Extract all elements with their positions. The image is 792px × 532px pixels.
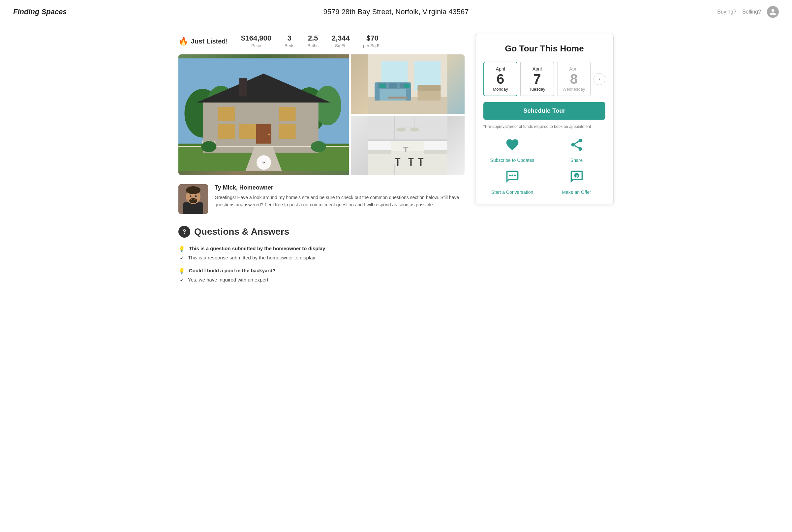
heart-icon: [505, 137, 520, 155]
share-action[interactable]: Share: [548, 137, 605, 163]
svg-point-19: [268, 133, 270, 135]
date-card-wednesday[interactable]: April 8 Wednesday: [557, 62, 591, 96]
sqft-stat: 2,344 Sq.Ft.: [332, 34, 350, 49]
svg-point-81: [514, 175, 516, 177]
svg-point-26: [311, 141, 326, 152]
svg-point-56: [397, 128, 406, 132]
qa-question-1: 💡 This is a question submitted by the ho…: [178, 246, 465, 252]
date-weekday-3: Wednesday: [560, 87, 588, 92]
left-column: 🔥 Just Listed! $164,900 Price 3 Beds 2.5…: [178, 34, 465, 290]
svg-rect-37: [388, 97, 408, 98]
header: Finding Spaces 9579 28th Bay Street, Nor…: [0, 0, 792, 24]
price-label: Price: [251, 43, 261, 48]
subscribe-action[interactable]: Subscribe to Updates: [483, 137, 541, 163]
svg-rect-54: [391, 151, 425, 164]
svg-rect-42: [404, 84, 410, 88]
svg-point-73: [195, 195, 197, 197]
svg-rect-48: [368, 139, 448, 141]
date-weekday-2: Tuesday: [523, 87, 551, 92]
svg-rect-12: [239, 78, 247, 96]
svg-rect-63: [409, 158, 414, 159]
qa-item-2: 💡 Could I build a pool in the backyard? …: [178, 268, 465, 283]
svg-point-80: [511, 175, 513, 177]
per-sqft-label: per Sq.Ft.: [363, 43, 382, 48]
owner-name: Ty Mick, Homeowner: [215, 184, 465, 191]
date-day-2: 7: [523, 72, 551, 86]
buying-link[interactable]: Buying?: [717, 9, 736, 15]
just-listed-badge: 🔥 Just Listed!: [178, 37, 228, 46]
qa-answer-2: ✓ Yes, we have inquired with an expert: [178, 277, 465, 283]
conversation-action[interactable]: Start a Conversation: [483, 169, 541, 195]
svg-point-76: [578, 147, 582, 151]
svg-rect-13: [218, 107, 235, 121]
action-grid: Subscribe to Updates Share: [483, 137, 605, 195]
svg-text:$: $: [576, 174, 577, 178]
lightbulb-icon-2: 💡: [178, 268, 185, 274]
sqft-label: Sq.Ft.: [335, 43, 346, 48]
schedule-tour-button[interactable]: Schedule Tour: [483, 102, 605, 120]
tour-note: *Pre-approval/proof of funds required to…: [483, 124, 605, 130]
svg-rect-65: [418, 158, 424, 159]
photo-main[interactable]: [178, 54, 349, 175]
site-logo[interactable]: Finding Spaces: [13, 7, 79, 16]
per-sqft-value: $70: [363, 34, 382, 42]
beds-stat: 3 Beds: [285, 34, 295, 49]
svg-rect-61: [395, 158, 401, 159]
svg-rect-68: [183, 203, 203, 214]
property-stats: 🔥 Just Listed! $164,900 Price 3 Beds 2.5…: [178, 34, 465, 49]
svg-rect-41: [380, 84, 386, 88]
baths-label: Baths: [308, 43, 319, 48]
svg-rect-16: [239, 124, 256, 139]
svg-rect-14: [279, 107, 296, 121]
svg-rect-53: [391, 141, 425, 151]
photo-grid: [178, 54, 465, 175]
conversation-label: Start a Conversation: [491, 190, 533, 195]
svg-rect-39: [389, 83, 397, 88]
svg-point-74: [578, 139, 582, 142]
owner-bio: Greetings! Have a look around my home's …: [215, 194, 465, 209]
svg-point-75: [571, 143, 575, 147]
date-card-tuesday[interactable]: April 7 Tuesday: [520, 62, 554, 96]
offer-action[interactable]: $ Make an Offer: [548, 169, 605, 195]
chat-icon: [505, 169, 520, 187]
sqft-value: 2,344: [332, 34, 350, 42]
selling-link[interactable]: Selling?: [742, 9, 761, 15]
svg-rect-66: [420, 159, 422, 166]
svg-line-78: [574, 141, 579, 144]
photo-kitchen[interactable]: [351, 116, 465, 175]
offer-label: Make an Offer: [562, 190, 591, 195]
qa-answer-1: ✓ This is a response submitted by the ho…: [178, 255, 465, 261]
per-sqft-stat: $70 per Sq.Ft.: [363, 34, 382, 49]
offer-icon: $: [569, 169, 584, 187]
svg-point-79: [509, 175, 511, 177]
check-icon: ✓: [180, 255, 184, 261]
date-weekday-1: Monday: [487, 87, 514, 92]
tour-title: Go Tour This Home: [483, 43, 605, 54]
photo-expand-btn[interactable]: [257, 155, 271, 170]
header-nav: Buying? Selling?: [713, 6, 779, 18]
date-card-monday[interactable]: April 6 Monday: [483, 62, 517, 96]
svg-point-72: [190, 195, 192, 197]
price-stat: $164,900 Price: [241, 34, 271, 49]
owner-text: Ty Mick, Homeowner Greetings! Have a loo…: [215, 184, 465, 209]
qa-icon: ?: [178, 226, 190, 238]
qa-title: ? Questions & Answers: [178, 226, 465, 238]
property-address: 9579 28th Bay Street, Norfolk, Virginia …: [79, 7, 713, 16]
svg-line-77: [574, 146, 579, 148]
right-column: Go Tour This Home April 6 Monday April 7…: [475, 34, 614, 290]
qa-question-2: 💡 Could I build a pool in the backyard?: [178, 268, 465, 274]
beds-value: 3: [285, 34, 295, 42]
svg-rect-17: [279, 124, 296, 139]
date-month-2: April: [523, 66, 551, 72]
tour-panel: Go Tour This Home April 6 Monday April 7…: [475, 34, 614, 204]
share-label: Share: [570, 157, 583, 163]
baths-value: 2.5: [308, 34, 319, 42]
date-day-1: 6: [487, 72, 514, 86]
svg-point-70: [186, 186, 201, 194]
qa-section: ? Questions & Answers 💡 This is a questi…: [178, 226, 465, 283]
user-avatar[interactable]: [767, 6, 779, 18]
photo-interior-1[interactable]: [351, 54, 465, 114]
baths-stat: 2.5 Baths: [308, 34, 319, 49]
svg-rect-62: [397, 159, 399, 166]
date-nav-forward[interactable]: ›: [593, 73, 605, 85]
